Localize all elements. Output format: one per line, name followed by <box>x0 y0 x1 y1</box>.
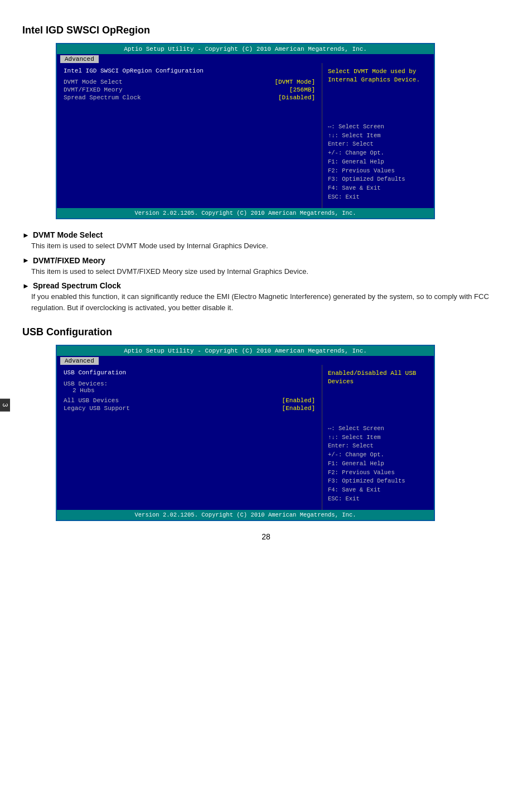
bios-item-row-spread[interactable]: Spread Spectrum Clock [Disabled] <box>64 94 315 101</box>
bios-body-1: Intel IGD SWSCI OpRegion Configuration D… <box>57 63 434 208</box>
bullet-dvmt-fixed: ► DVMT/FIXED Meory This item is used to … <box>22 256 510 277</box>
hint-f1-2: F1: General Help <box>328 460 428 469</box>
bullet-dvmt-mode: ► DVMT Mode Select This item is used to … <box>22 230 510 252</box>
bios-screen-1: Aptio Setup Utility - Copyright (C) 2010… <box>56 43 435 219</box>
hint-f2-2: F2: Previous Values <box>328 469 428 478</box>
hint-f1-1: F1: General Help <box>328 158 428 167</box>
hint-select-item-1: ↑↓: Select Item <box>328 132 428 141</box>
side-tab-label: 3 <box>1 403 9 407</box>
legacy-usb-value: [Enabled] <box>282 405 315 412</box>
arrow-icon-3: ► <box>22 282 30 290</box>
bios-tab-bar-2: Advanced <box>57 356 434 365</box>
arrow-icon-2: ► <box>22 256 30 264</box>
section2-title: USB Configuration <box>22 326 510 338</box>
bios-header-2: Aptio Setup Utility - Copyright (C) 2010… <box>57 346 434 356</box>
bios-left-2: USB Configuration USB Devices: 2 Hubs Al… <box>57 365 322 510</box>
bios-screen-2: Aptio Setup Utility - Copyright (C) 2010… <box>56 345 435 521</box>
bios-left-1: Intel IGD SWSCI OpRegion Configuration D… <box>57 63 322 208</box>
bios-desc-text-2: Enabled/Disabled All USB Devices <box>328 370 416 385</box>
bios-item-row-all-usb[interactable]: All USB Devices [Enabled] <box>64 397 315 404</box>
bullet-spread-text: If you enabled this function, it can sig… <box>31 291 510 313</box>
hint-esc-2: ESC: Exit <box>328 495 428 504</box>
hint-select-item-2: ↑↓: Select Item <box>328 433 428 442</box>
bios-section-label-2: USB Configuration <box>64 369 315 376</box>
arrow-icon-1: ► <box>22 231 30 239</box>
bios-item-row-dvmt-fixed[interactable]: DVMT/FIXED Meory [256MB] <box>64 86 315 93</box>
bullet-dvmt-fixed-title: ► DVMT/FIXED Meory <box>22 256 510 265</box>
hint-f3-1: F3: Optimized Defaults <box>328 175 428 184</box>
side-tab: 3 <box>0 399 10 412</box>
bullet-dvmt-fixed-text: This item is used to select DVMT/FIXED M… <box>31 266 510 277</box>
dvmt-mode-value: [DVMT Mode] <box>274 79 315 85</box>
bios-item-row-legacy-usb[interactable]: Legacy USB Support [Enabled] <box>64 405 315 412</box>
bios-tab-bar-1: Advanced <box>57 54 434 63</box>
dvmt-mode-label: DVMT Mode Select <box>64 79 123 85</box>
bios-desc-text-1: Select DVMT Mode used by Internal Graphi… <box>328 68 420 83</box>
hint-select-screen-1: ↔: Select Screen <box>328 123 428 132</box>
hint-f3-2: F3: Optimized Defaults <box>328 477 428 486</box>
bullet-spread-title: ► Spread Spectrum Clock <box>22 281 510 290</box>
bios-hints-1: ↔: Select Screen ↑↓: Select Item Enter: … <box>328 89 428 202</box>
bios-hints-2: ↔: Select Screen ↑↓: Select Item Enter: … <box>328 391 428 504</box>
hint-f4-2: F4: Save & Exit <box>328 486 428 495</box>
hint-change-opt-2: +/-: Change Opt. <box>328 451 428 460</box>
bios-right-2: Enabled/Disabled All USB Devices ↔: Sele… <box>322 365 434 510</box>
hint-f2-1: F2: Previous Values <box>328 167 428 176</box>
hint-enter-1: Enter: Select <box>328 140 428 149</box>
bullet-spread-label: Spread Spectrum Clock <box>33 281 121 290</box>
section2: USB Configuration Aptio Setup Utility - … <box>22 326 510 521</box>
bullet-spread: ► Spread Spectrum Clock If you enabled t… <box>22 281 510 313</box>
dvmt-fixed-value: [256MB] <box>289 86 315 93</box>
hint-esc-1: ESC: Exit <box>328 193 428 202</box>
bios-tab-advanced-1[interactable]: Advanced <box>60 55 99 63</box>
spread-label: Spread Spectrum Clock <box>64 94 141 101</box>
legacy-usb-label: Legacy USB Support <box>64 405 130 412</box>
dvmt-fixed-label: DVMT/FIXED Meory <box>64 86 123 93</box>
usb-devices-value: 2 Hubs <box>64 387 95 394</box>
bullet-dvmt-mode-text: This item is used to select DVMT Mode us… <box>31 240 510 252</box>
page-number: 28 <box>22 532 510 541</box>
all-usb-value: [Enabled] <box>282 397 315 404</box>
bios-footer-1: Version 2.02.1205. Copyright (C) 2010 Am… <box>57 208 434 218</box>
hint-select-screen-2: ↔: Select Screen <box>328 425 428 433</box>
hint-f4-1: F4: Save & Exit <box>328 184 428 193</box>
hint-enter-2: Enter: Select <box>328 442 428 451</box>
bios-header-1: Aptio Setup Utility - Copyright (C) 2010… <box>57 44 434 54</box>
bios-description-2: Enabled/Disabled All USB Devices <box>328 369 428 387</box>
bios-right-1: Select DVMT Mode used by Internal Graphi… <box>322 63 434 208</box>
usb-devices-block: USB Devices: 2 Hubs <box>64 380 315 394</box>
bios-tab-advanced-2[interactable]: Advanced <box>60 357 99 365</box>
section1: Intel IGD SWSCI OpRegion Aptio Setup Uti… <box>22 25 510 313</box>
bios-body-2: USB Configuration USB Devices: 2 Hubs Al… <box>57 365 434 510</box>
bios-item-row-dvmt-mode[interactable]: DVMT Mode Select [DVMT Mode] <box>64 79 315 85</box>
usb-devices-label: USB Devices: <box>64 380 108 387</box>
hint-change-opt-1: +/-: Change Opt. <box>328 149 428 158</box>
bullet-dvmt-mode-title: ► DVMT Mode Select <box>22 230 510 239</box>
section1-title: Intel IGD SWSCI OpRegion <box>22 25 510 36</box>
bios-description-1: Select DVMT Mode used by Internal Graphi… <box>328 68 428 85</box>
bios-footer-2: Version 2.02.1205. Copyright (C) 2010 Am… <box>57 510 434 520</box>
spread-value: [Disabled] <box>278 94 315 101</box>
bullet-dvmt-mode-label: DVMT Mode Select <box>33 230 103 239</box>
all-usb-label: All USB Devices <box>64 397 119 404</box>
bullet-dvmt-fixed-label: DVMT/FIXED Meory <box>33 256 105 265</box>
bios-section-label-1: Intel IGD SWSCI OpRegion Configuration <box>64 68 315 74</box>
